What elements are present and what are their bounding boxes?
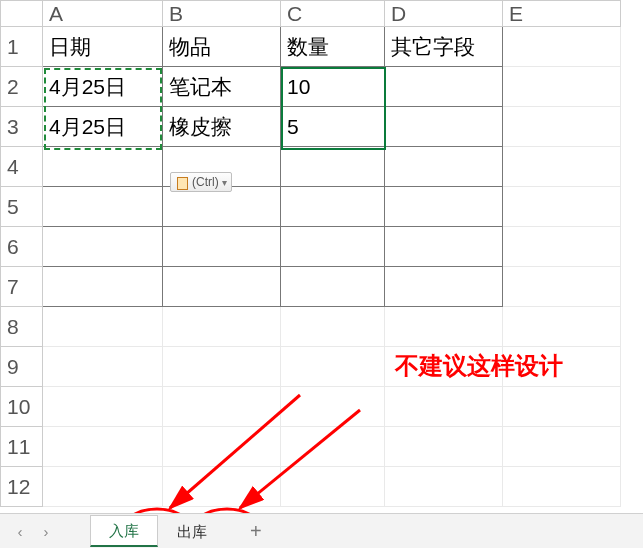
row-header-8[interactable]: 8 [1,307,43,347]
cell-D6[interactable] [385,227,503,267]
cell-D12[interactable] [385,467,503,507]
add-sheet-button[interactable]: + [250,520,262,543]
cell-D7[interactable] [385,267,503,307]
cell-C4[interactable] [281,147,385,187]
cell-A4[interactable] [43,147,163,187]
sheet-tab-inbound[interactable]: 入库 [90,515,158,547]
col-header-C[interactable]: C [281,1,385,27]
cell-E1[interactable] [503,27,621,67]
spreadsheet-grid[interactable]: A B C D E 1 日期 物品 数量 其它字段 2 4月25日 笔记本 10… [0,0,621,507]
cell-A6[interactable] [43,227,163,267]
cell-E11[interactable] [503,427,621,467]
paste-options-smarttag[interactable]: (Ctrl) ▾ [170,172,232,192]
sheet-tabs: 入库 出库 [90,515,226,547]
row-header-2[interactable]: 2 [1,67,43,107]
cell-C11[interactable] [281,427,385,467]
cell-C6[interactable] [281,227,385,267]
select-all-corner[interactable] [1,1,43,27]
cell-C5[interactable] [281,187,385,227]
sheet-tab-outbound[interactable]: 出库 [158,516,226,547]
cell-B8[interactable] [163,307,281,347]
row-header-6[interactable]: 6 [1,227,43,267]
cell-B3[interactable]: 橡皮擦 [163,107,281,147]
row-header-10[interactable]: 10 [1,387,43,427]
cell-C3[interactable]: 5 [281,107,385,147]
cell-D5[interactable] [385,187,503,227]
cell-E8[interactable] [503,307,621,347]
cell-D11[interactable] [385,427,503,467]
cell-A12[interactable] [43,467,163,507]
cell-A7[interactable] [43,267,163,307]
row-header-3[interactable]: 3 [1,107,43,147]
row-header-12[interactable]: 12 [1,467,43,507]
cell-B7[interactable] [163,267,281,307]
cell-D1[interactable]: 其它字段 [385,27,503,67]
cell-B11[interactable] [163,427,281,467]
cell-B1[interactable]: 物品 [163,27,281,67]
col-header-B[interactable]: B [163,1,281,27]
clipboard-icon [175,175,189,189]
cell-C8[interactable] [281,307,385,347]
cell-C10[interactable] [281,387,385,427]
smarttag-label: (Ctrl) [192,175,219,189]
cell-C1[interactable]: 数量 [281,27,385,67]
cell-A11[interactable] [43,427,163,467]
chevron-down-icon: ▾ [222,177,227,188]
cell-E5[interactable] [503,187,621,227]
cell-D8[interactable] [385,307,503,347]
tab-nav-prev[interactable]: ‹ [10,521,30,541]
cell-B10[interactable] [163,387,281,427]
cell-A9[interactable] [43,347,163,387]
row-header-9[interactable]: 9 [1,347,43,387]
cell-D2[interactable] [385,67,503,107]
cell-A3[interactable]: 4月25日 [43,107,163,147]
cell-A5[interactable] [43,187,163,227]
cell-B9[interactable] [163,347,281,387]
cell-E12[interactable] [503,467,621,507]
cell-A10[interactable] [43,387,163,427]
row-header-11[interactable]: 11 [1,427,43,467]
cell-C2[interactable]: 10 [281,67,385,107]
sheet-tab-bar: ‹ › 入库 出库 + [0,513,643,548]
cell-A1[interactable]: 日期 [43,27,163,67]
cell-C12[interactable] [281,467,385,507]
col-header-D[interactable]: D [385,1,503,27]
cell-E4[interactable] [503,147,621,187]
cell-D4[interactable] [385,147,503,187]
row-header-1[interactable]: 1 [1,27,43,67]
col-header-E[interactable]: E [503,1,621,27]
cell-B5[interactable] [163,187,281,227]
cell-B12[interactable] [163,467,281,507]
cell-E2[interactable] [503,67,621,107]
row-header-5[interactable]: 5 [1,187,43,227]
tab-nav-next[interactable]: › [36,521,56,541]
cell-A2[interactable]: 4月25日 [43,67,163,107]
cell-E6[interactable] [503,227,621,267]
cell-D10[interactable] [385,387,503,427]
cell-E7[interactable] [503,267,621,307]
cell-B6[interactable] [163,227,281,267]
col-header-A[interactable]: A [43,1,163,27]
cell-E10[interactable] [503,387,621,427]
cell-E3[interactable] [503,107,621,147]
cell-A8[interactable] [43,307,163,347]
cell-B2[interactable]: 笔记本 [163,67,281,107]
annotation-text: 不建议这样设计 [395,350,563,382]
cell-C7[interactable] [281,267,385,307]
cell-D3[interactable] [385,107,503,147]
cell-C9[interactable] [281,347,385,387]
row-header-4[interactable]: 4 [1,147,43,187]
row-header-7[interactable]: 7 [1,267,43,307]
